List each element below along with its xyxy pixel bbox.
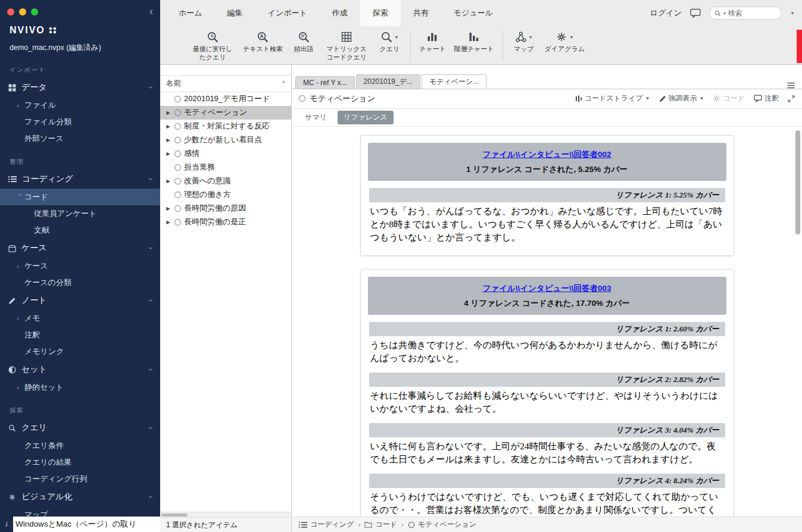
chevron-down-icon: › bbox=[146, 427, 155, 429]
zoom-window-button[interactable] bbox=[31, 8, 38, 15]
document-tab-demo-code[interactable]: 20201019_デ... bbox=[356, 74, 420, 89]
minimize-window-button[interactable] bbox=[19, 8, 26, 15]
code-circle-icon bbox=[174, 192, 181, 198]
tool-matrix-code-query[interactable]: マトリックスコードクエリ bbox=[320, 28, 373, 63]
tool-label: ダイアグラム bbox=[545, 45, 585, 54]
ribbon-options-chevron-icon[interactable]: ▼ bbox=[790, 11, 795, 16]
search-icon bbox=[714, 10, 721, 17]
sidebar-item[interactable]: ファイル分類 bbox=[0, 114, 160, 130]
tool-last-run-query[interactable]: 最後に実行したクエリ bbox=[186, 28, 239, 63]
sidebar-item-label: クエリ条件 bbox=[24, 440, 64, 451]
sidebar-item[interactable]: メモリンク bbox=[0, 343, 160, 360]
ribbon-tab-share[interactable]: 共有 bbox=[401, 0, 441, 26]
document-title-group: モティベーション bbox=[299, 93, 375, 104]
sidebar-item-label: コーディング行列 bbox=[24, 474, 88, 484]
search-input-box[interactable]: ▾ bbox=[709, 7, 782, 20]
view-tab-summary[interactable]: サマリ bbox=[299, 111, 333, 124]
search-scope-chevron-icon[interactable]: ▾ bbox=[723, 11, 726, 16]
sidebar-group-coding[interactable]: コーディング› bbox=[0, 170, 160, 189]
sidebar-item[interactable]: 従業員アンケート bbox=[0, 205, 160, 222]
highlight-control[interactable]: 強調表示 ▼ bbox=[659, 93, 704, 104]
sidebar-group-cases[interactable]: ケース› bbox=[0, 239, 160, 258]
reference-content-area: ファイル\\インタビュー\\回答者0021 リファレンス コードされた, 5.2… bbox=[292, 127, 802, 517]
source-link[interactable]: ファイル\\インタビュー\\回答者002 bbox=[483, 150, 611, 159]
ribbon-tab-modules[interactable]: モジュール bbox=[441, 0, 505, 26]
chevron-down-icon: ▼ bbox=[395, 35, 399, 39]
chevron-down-icon: ▼ bbox=[569, 35, 573, 39]
code-list-item[interactable]: 担当業務 bbox=[160, 161, 291, 174]
document-tab-mc-ref[interactable]: MC - ref Y x... bbox=[295, 76, 355, 89]
tool-chart[interactable]: チャート bbox=[415, 28, 450, 55]
code-list-item[interactable]: ▶感情 bbox=[160, 147, 291, 161]
breadcrumb-item[interactable]: モティベーション bbox=[408, 520, 476, 530]
sort-ascending-icon[interactable]: ^ bbox=[282, 80, 285, 87]
tool-query[interactable]: ▼クエリ bbox=[373, 28, 406, 55]
last-run-query-icon bbox=[207, 31, 219, 43]
sidebar-item[interactable]: マップ bbox=[0, 506, 160, 517]
annotation-control[interactable]: 注釈 bbox=[754, 93, 779, 104]
sidebar-item[interactable]: 外部ソース bbox=[0, 130, 160, 147]
info-icon[interactable]: i bbox=[0, 517, 13, 532]
reference-text: そういうわけではないですけど、でも、いつも遅くまで対応してくれて助かっているので… bbox=[370, 490, 724, 517]
sidebar-item[interactable]: ›静的セット bbox=[0, 379, 160, 396]
code-list-item[interactable]: 20201019_デモ用コード bbox=[160, 92, 291, 106]
matrix-code-query-icon bbox=[341, 31, 352, 43]
source-link[interactable]: ファイル\\インタビュー\\回答者003 bbox=[483, 284, 611, 293]
breadcrumb-item[interactable]: コード bbox=[364, 520, 397, 530]
horizontal-scrollbar[interactable] bbox=[160, 512, 291, 517]
vertical-scrollbar[interactable] bbox=[795, 129, 800, 515]
horizontal-scrollbar-thumb[interactable] bbox=[161, 514, 188, 517]
tool-hierarchy-chart[interactable]: 階層チャート bbox=[450, 28, 498, 55]
code-list-item[interactable]: ▶改善への意識 bbox=[160, 174, 291, 188]
login-button[interactable]: ログイン bbox=[650, 8, 682, 18]
nvivo-logo-spark-icon bbox=[49, 27, 57, 33]
tool-word-frequency[interactable]: 頻出語 bbox=[287, 28, 320, 55]
code-list-item[interactable]: ▶少数だが新しい着目点 bbox=[160, 133, 291, 147]
sidebar-item[interactable]: ケースの分類 bbox=[0, 274, 160, 291]
breadcrumb-item[interactable]: コーディング bbox=[299, 520, 354, 530]
view-tab-reference[interactable]: リファレンス bbox=[338, 111, 394, 124]
sidebar-group-queries[interactable]: クエリ› bbox=[0, 418, 160, 437]
vertical-scrollbar-thumb[interactable] bbox=[795, 130, 800, 234]
code-list-item[interactable]: ▶長時間労働の是正 bbox=[160, 215, 291, 229]
code-list-item[interactable]: ▶モティベーション bbox=[160, 106, 291, 120]
tool-text-search[interactable]: テキスト検索 bbox=[239, 28, 287, 55]
ribbon-tab-home[interactable]: ホーム bbox=[166, 0, 215, 26]
sidebar-group-sets[interactable]: セット› bbox=[0, 360, 160, 379]
code-control[interactable]: コード bbox=[713, 93, 745, 104]
search-input[interactable] bbox=[728, 9, 767, 17]
sidebar-item[interactable]: クエリ条件 bbox=[0, 437, 160, 454]
ribbon-tab-explore[interactable]: 探索 bbox=[360, 0, 401, 26]
tab-list-menu-icon[interactable] bbox=[787, 82, 795, 89]
code-list-item[interactable]: ▶長時間労働の原因 bbox=[160, 202, 291, 215]
code-list-item[interactable]: ▶制度・対策に対する反応 bbox=[160, 120, 291, 133]
feedback-chat-icon[interactable] bbox=[690, 8, 701, 18]
sidebar-item[interactable]: ›コード bbox=[0, 189, 160, 205]
tool-map[interactable]: ▼マップ bbox=[507, 28, 541, 55]
ribbon-tab-import[interactable]: インポート bbox=[255, 0, 320, 26]
sidebar-item[interactable]: ›メモ bbox=[0, 310, 160, 327]
expand-icon[interactable] bbox=[788, 95, 795, 102]
sidebar-group-data[interactable]: データ› bbox=[0, 78, 160, 97]
sidebar-group-notes[interactable]: ノート› bbox=[0, 291, 160, 310]
sidebar-collapse-icon[interactable]: ‹ bbox=[149, 6, 153, 17]
sidebar-item[interactable]: クエリの結果 bbox=[0, 454, 160, 471]
sidebar-item[interactable]: 文献 bbox=[0, 222, 160, 239]
code-list-item[interactable]: 理想の働き方 bbox=[160, 188, 291, 202]
close-window-button[interactable] bbox=[7, 8, 14, 15]
sidebar-item[interactable]: 注釈 bbox=[0, 327, 160, 343]
word-frequency-icon bbox=[298, 31, 310, 43]
sidebar-item[interactable]: コーディング行列 bbox=[0, 471, 160, 487]
disclosure-triangle-icon: ▶ bbox=[165, 220, 171, 225]
tool-diagram[interactable]: ▼ダイアグラム bbox=[541, 28, 589, 55]
ribbon-toolbar: 最後に実行したクエリテキスト検索頻出語マトリックスコードクエリ▼クエリチャート階… bbox=[160, 26, 802, 64]
sidebar-item[interactable]: ›ケース bbox=[0, 258, 160, 274]
sidebar-item[interactable]: ›ファイル bbox=[0, 97, 160, 114]
sidebar-group-visualize[interactable]: ビジュアル化› bbox=[0, 487, 160, 506]
document-tab-motivation[interactable]: モティベーシ... bbox=[422, 74, 486, 89]
highlighter-icon bbox=[659, 95, 666, 102]
list-column-header[interactable]: 名前 ^ bbox=[160, 75, 291, 92]
ribbon-tab-edit[interactable]: 編集 bbox=[215, 0, 255, 26]
code-stripes-control[interactable]: コードストライプ ▼ bbox=[575, 93, 650, 104]
ribbon-tab-create[interactable]: 作成 bbox=[320, 0, 360, 26]
